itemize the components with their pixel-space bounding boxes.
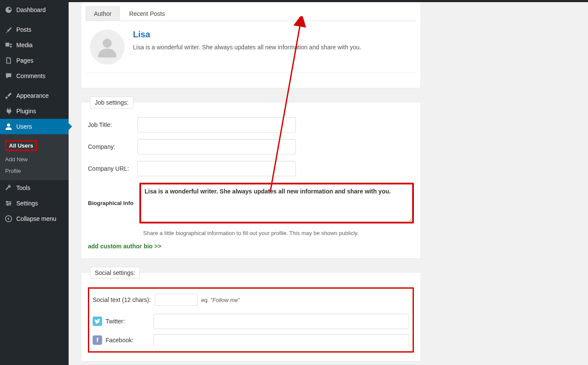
user-icon (4, 122, 13, 131)
submenu-add-new[interactable]: Add New (0, 154, 69, 165)
sidebar-item-label: Settings (16, 200, 38, 207)
company-label: Company: (88, 143, 137, 150)
facebook-icon: f (93, 335, 102, 345)
author-preview-card: Author Recent Posts Lisa Lisa is a wonde… (81, 2, 420, 88)
admin-sidebar: Dashboard Posts Media Pages Comments App… (0, 2, 69, 365)
settings-icon (4, 199, 13, 208)
svg-point-0 (7, 124, 10, 127)
sidebar-item-pages[interactable]: Pages (0, 53, 69, 68)
author-tabs: Author Recent Posts (86, 6, 416, 21)
custom-bio-link[interactable]: add custom author bio >> (88, 243, 161, 250)
comment-icon (4, 72, 13, 80)
author-name[interactable]: Lisa (133, 30, 361, 39)
submenu-profile[interactable]: Profile (0, 165, 69, 177)
sidebar-item-users[interactable]: Users (0, 119, 69, 134)
sidebar-item-label: Media (16, 42, 33, 48)
page-icon (4, 56, 13, 65)
sidebar-item-label: Appearance (16, 92, 49, 99)
social-text-label: Social text (12 chars): (93, 296, 155, 303)
twitter-icon (93, 317, 102, 326)
sidebar-item-label: Plugins (16, 108, 36, 115)
job-settings-fieldset: Job settings: Job Title: Company: Compan… (81, 97, 420, 258)
sidebar-item-tools[interactable]: Tools (0, 180, 69, 196)
sidebar-item-plugins[interactable]: Plugins (0, 103, 69, 119)
job-title-label: Job Title: (88, 121, 137, 128)
twitter-label: Twitter: (106, 318, 154, 325)
main-content: Author Recent Posts Lisa Lisa is a wonde… (69, 2, 429, 365)
bio-help-text: Share a little biographical information … (88, 230, 414, 236)
svg-point-5 (9, 202, 11, 204)
facebook-input[interactable] (154, 334, 409, 346)
job-settings-legend: Job settings: (90, 97, 133, 109)
sidebar-item-label: Comments (16, 72, 45, 79)
submenu-all-users[interactable]: All Users (0, 138, 69, 154)
svg-point-8 (103, 39, 112, 48)
wrench-icon (4, 184, 13, 192)
sidebar-item-posts[interactable]: Posts (0, 22, 69, 37)
social-text-input[interactable] (155, 294, 198, 306)
sidebar-item-media[interactable]: Media (0, 37, 69, 53)
company-input[interactable] (137, 139, 296, 154)
sidebar-item-label: Collapse menu (16, 215, 56, 222)
sidebar-collapse[interactable]: Collapse menu (0, 211, 69, 226)
sidebar-item-settings[interactable]: Settings (0, 196, 69, 211)
media-icon (4, 41, 13, 49)
sidebar-item-appearance[interactable]: Appearance (0, 88, 69, 103)
users-submenu: All Users Add New Profile (0, 134, 69, 180)
social-highlight-box: Social text (12 chars): eq. "Follow me" … (88, 287, 414, 353)
sidebar-item-comments[interactable]: Comments (0, 68, 69, 84)
social-text-hint: eq. "Follow me" (201, 297, 240, 303)
svg-point-6 (7, 204, 9, 206)
social-settings-legend: Social settings: (90, 267, 140, 279)
social-settings-fieldset: Social settings: Social text (12 chars):… (81, 267, 420, 361)
pin-icon (4, 25, 13, 34)
brush-icon (4, 91, 13, 100)
tab-recent-posts[interactable]: Recent Posts (121, 7, 172, 21)
avatar (90, 30, 124, 64)
twitter-input[interactable] (154, 314, 409, 329)
author-bio-preview: Lisa is a wonderful writer. She always u… (133, 43, 361, 52)
sidebar-item-label: Users (16, 123, 32, 130)
tab-author[interactable]: Author (86, 6, 120, 21)
svg-point-4 (6, 201, 8, 203)
job-title-input[interactable] (137, 117, 296, 133)
active-arrow-icon (69, 123, 72, 130)
plug-icon (4, 107, 13, 115)
company-url-label: Company URL: (88, 165, 137, 172)
sidebar-item-label: Posts (16, 26, 31, 33)
sidebar-item-label: Pages (16, 57, 33, 64)
sidebar-item-dashboard[interactable]: Dashboard (0, 2, 69, 18)
company-url-input[interactable] (137, 161, 296, 176)
bio-textarea[interactable] (139, 183, 414, 223)
collapse-icon (4, 214, 13, 223)
dashboard-icon (4, 6, 13, 14)
facebook-label: Facebook: (106, 337, 154, 344)
bio-label: Biographical Info (88, 200, 139, 206)
sidebar-item-label: Tools (16, 184, 30, 191)
sidebar-item-label: Dashboard (16, 6, 46, 13)
